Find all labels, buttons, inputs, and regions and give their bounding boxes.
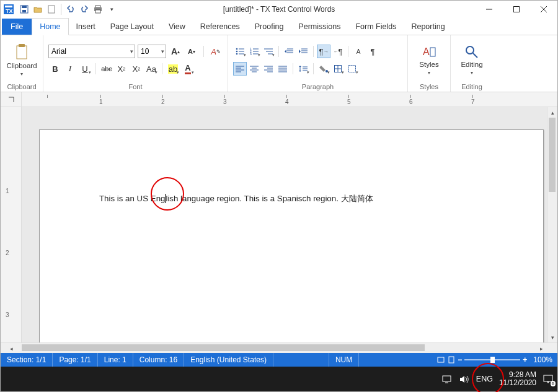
align-left-button[interactable] [233, 62, 247, 76]
maximize-button[interactable] [503, 1, 530, 18]
show-marks-button[interactable]: ¶ [366, 45, 379, 58]
minimize-button[interactable] [476, 1, 503, 18]
line-spacing-button[interactable]: ▾ [296, 62, 310, 76]
vertical-ruler[interactable]: 1 2 3 [1, 107, 22, 342]
rtl-button[interactable]: ←¶ [331, 45, 345, 58]
scroll-track-v[interactable] [547, 118, 558, 332]
zoom-value[interactable]: 100% [533, 355, 552, 364]
scroll-down-button[interactable]: ▾ [547, 332, 558, 342]
tab-proofing[interactable]: Proofing [247, 19, 291, 35]
qat-more-icon[interactable]: ▾ [105, 3, 118, 15]
scroll-right-button[interactable]: ▸ [536, 343, 547, 354]
ruler-corner[interactable] [1, 92, 22, 107]
status-column[interactable]: Column: 16 [133, 353, 184, 367]
grow-font-button[interactable]: A▴ [169, 45, 182, 58]
tab-reporting[interactable]: Reporting [404, 19, 452, 35]
volume-icon[interactable] [459, 373, 470, 385]
page[interactable]: This is an US English language region. T… [39, 129, 544, 342]
frames-button[interactable]: ▾ [345, 62, 359, 76]
clipboard-label: Clipboard [6, 62, 37, 69]
tab-permissions[interactable]: Permissions [291, 19, 348, 35]
zoom-in-button[interactable]: + [523, 355, 527, 364]
open-icon[interactable] [32, 3, 44, 15]
fit-width-icon[interactable] [436, 356, 445, 364]
italic-button[interactable]: I [63, 62, 77, 76]
group-clipboard: Clipboard ▾ Clipboard [1, 35, 43, 92]
zoom-control: − + 100% [432, 355, 557, 364]
undo-icon[interactable] [64, 3, 77, 15]
notifications-icon[interactable]: 6 [542, 373, 554, 385]
group-editing: Editing ▾ Editing [451, 35, 493, 92]
svg-rect-70 [544, 375, 552, 381]
new-icon[interactable] [45, 3, 58, 15]
font-size-combo[interactable]: 10▾ [138, 45, 166, 58]
ltr-button[interactable]: ¶→ [317, 45, 330, 58]
close-button[interactable] [530, 1, 557, 18]
tab-references[interactable]: References [193, 19, 247, 35]
tab-home[interactable]: Home [32, 18, 68, 35]
decrease-indent-button[interactable] [282, 45, 296, 58]
align-center-button[interactable] [247, 62, 261, 76]
subscript-button[interactable]: X2 [115, 62, 128, 76]
superscript-button[interactable]: X2 [130, 62, 143, 76]
zoom-out-button[interactable]: − [458, 355, 462, 364]
borders-button[interactable]: ▾ [331, 62, 345, 76]
scroll-track-h[interactable] [22, 343, 536, 353]
status-section[interactable]: Section: 1/1 [1, 353, 53, 367]
tab-view[interactable]: View [161, 19, 193, 35]
scroll-thumb-h[interactable] [22, 344, 425, 351]
bullets-button[interactable]: ▾ [233, 45, 247, 58]
horizontal-ruler[interactable]: 1 2 3 4 5 6 7 [22, 92, 557, 107]
align-justify-button[interactable] [276, 62, 290, 76]
clipboard-button[interactable]: Clipboard ▾ [6, 44, 38, 77]
title-bar: TX ▾ [untitled]* - TX Text Contro [1, 1, 557, 18]
input-language[interactable]: ENG [476, 375, 493, 383]
numbering-button[interactable]: 123▾ [247, 45, 261, 58]
chevron-down-icon: ▾ [130, 48, 133, 54]
align-right-button[interactable] [262, 62, 275, 76]
tab-page-layout[interactable]: Page Layout [103, 19, 161, 35]
zoom-slider[interactable] [464, 359, 520, 360]
document-text[interactable]: This is an US English language region. T… [99, 193, 373, 204]
clear-format-button[interactable]: A✎ [209, 45, 223, 58]
underline-button[interactable]: U▾ [78, 62, 92, 76]
highlight-button[interactable]: ab▾ [166, 62, 180, 76]
fit-page-icon[interactable] [448, 356, 455, 364]
redo-icon[interactable] [78, 3, 91, 15]
tab-form-fields[interactable]: Form Fields [348, 19, 404, 35]
tray-clock[interactable]: 9:28 AM 11/12/2020 [499, 371, 536, 387]
status-language[interactable]: English (United States) [184, 353, 273, 367]
zoom-slider-thumb[interactable] [490, 357, 495, 363]
tab-insert[interactable]: Insert [69, 19, 103, 35]
qat-separator [61, 4, 61, 15]
font-color-button[interactable]: A▾ [181, 62, 195, 76]
editing-button[interactable]: Editing ▾ [456, 45, 488, 76]
strike-button[interactable]: abc [100, 62, 113, 76]
print-icon[interactable] [92, 3, 104, 15]
quick-access-toolbar: TX ▾ [1, 3, 118, 15]
sort-button[interactable]: A [352, 45, 365, 58]
styles-button[interactable]: A Styles ▾ [413, 45, 445, 76]
status-line[interactable]: Line: 1 [98, 353, 133, 367]
shrink-font-button[interactable]: A▾ [185, 45, 198, 58]
scroll-left-button[interactable]: ◂ [1, 343, 22, 354]
bold-button[interactable]: B [48, 62, 62, 76]
status-num[interactable]: NUM [329, 353, 359, 367]
multilevel-button[interactable]: ▾ [262, 45, 275, 58]
svg-point-16 [236, 48, 238, 50]
document-viewport[interactable]: This is an US English language region. T… [22, 107, 547, 342]
status-page[interactable]: Page: 1/1 [53, 353, 97, 367]
svg-rect-68 [443, 376, 451, 381]
horizontal-scrollbar[interactable]: ◂ ▸ [1, 342, 557, 353]
save-icon[interactable] [18, 3, 30, 15]
increase-indent-button[interactable] [296, 45, 310, 58]
shading-button[interactable]: ▾ [317, 62, 330, 76]
scroll-thumb-v[interactable] [549, 118, 556, 192]
font-family-combo[interactable]: Arial▾ [48, 45, 135, 58]
change-case-button[interactable]: Aa▾ [144, 62, 158, 76]
vertical-scrollbar[interactable]: ▴ ▾ [547, 107, 557, 342]
tab-file[interactable]: File [2, 19, 32, 35]
scroll-up-button[interactable]: ▴ [547, 107, 558, 118]
network-icon[interactable] [441, 373, 453, 385]
group-paragraph: ▾ 123▾ ▾ ¶→ ←¶ A ¶ [228, 35, 408, 92]
